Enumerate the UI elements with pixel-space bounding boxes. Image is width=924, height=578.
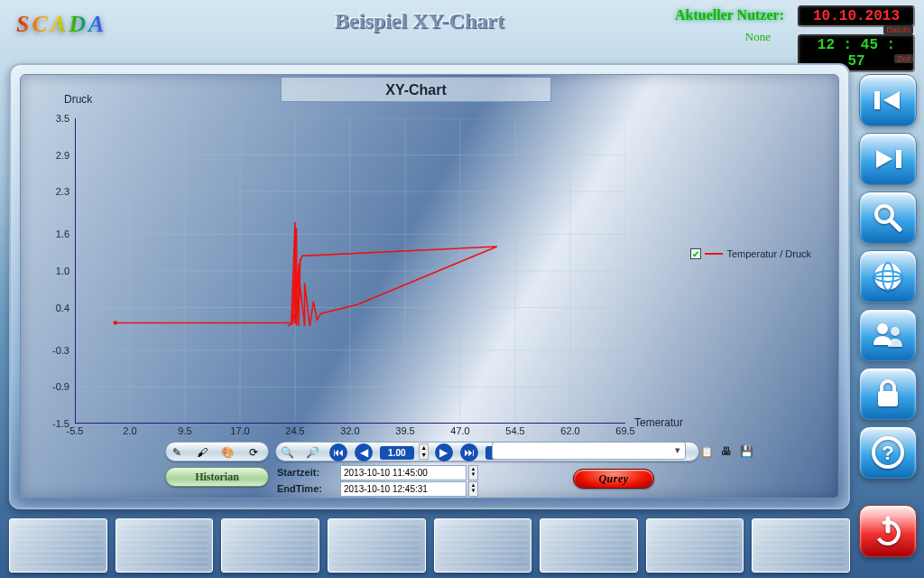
- thumbnail-strip: [9, 518, 850, 573]
- globe-icon: [871, 259, 905, 294]
- thumb-5[interactable]: [434, 518, 532, 573]
- tool-print-icon[interactable]: 🖶: [717, 443, 735, 461]
- nav-users-button[interactable]: [859, 309, 917, 361]
- tool-step-value-1[interactable]: 1.00: [380, 446, 414, 460]
- tool-edit-icon[interactable]: ✎: [168, 443, 186, 461]
- svg-text:?: ?: [882, 442, 893, 464]
- tool-fwd-icon[interactable]: ▶: [435, 443, 453, 461]
- date-display: 10.10.2013: [798, 5, 915, 27]
- y-tick: 3.5: [41, 113, 69, 124]
- legend-label: Temperatur / Druck: [726, 248, 811, 259]
- tool-save-icon[interactable]: 💾: [737, 443, 755, 461]
- x-tick: 69.5: [610, 425, 641, 436]
- tool-skip-back-icon[interactable]: ⏮: [329, 443, 347, 461]
- y-tick: -0.9: [41, 381, 69, 392]
- starttime-label: Startzeit:: [277, 467, 319, 478]
- thumb-6[interactable]: [540, 518, 638, 573]
- svg-point-11: [891, 327, 900, 336]
- time-caption: Zeit: [894, 54, 913, 63]
- nav-globe-button[interactable]: [859, 250, 917, 303]
- x-tick: 24.5: [280, 425, 310, 436]
- thumb-2[interactable]: [116, 518, 214, 573]
- tool-brush-icon[interactable]: 🖌: [193, 443, 211, 461]
- thumb-7[interactable]: [646, 518, 744, 573]
- historian-button[interactable]: Historian: [165, 467, 269, 487]
- endtime-label: EndTime:: [277, 483, 322, 494]
- y-axis-label: Druck: [64, 93, 92, 106]
- x-tick: 62.0: [555, 425, 586, 436]
- current-user-value: None: [745, 30, 771, 44]
- starttime-input[interactable]: [340, 465, 467, 480]
- power-icon: [872, 515, 904, 547]
- svg-rect-0: [874, 91, 880, 109]
- y-tick: -0.3: [41, 345, 69, 356]
- right-nav: ?: [859, 74, 919, 557]
- date-caption: Datum: [883, 25, 913, 34]
- series-combo[interactable]: [492, 442, 686, 460]
- app-logo: SCADA: [16, 11, 106, 38]
- skip-forward-icon: [873, 146, 903, 172]
- current-user-label: Aktueller Nutzer:: [675, 7, 784, 23]
- x-tick: 39.5: [390, 425, 420, 436]
- nav-lock-button[interactable]: [859, 368, 917, 420]
- nav-first-button[interactable]: [859, 74, 917, 126]
- x-tick: 17.0: [225, 425, 255, 436]
- skip-back-icon: [873, 88, 903, 113]
- query-button[interactable]: Qurey: [573, 469, 654, 489]
- svg-marker-2: [876, 150, 892, 168]
- svg-line-5: [891, 220, 900, 229]
- chart-legend[interactable]: ✔ Temperatur / Druck: [690, 248, 811, 259]
- tool-back-icon[interactable]: ◀: [355, 443, 373, 461]
- tool-search-icon[interactable]: 🔎: [303, 443, 321, 461]
- tool-refresh-icon[interactable]: ⟳: [245, 443, 263, 461]
- toolbar-small: ✎ 🖌 🎨 ⟳: [165, 442, 269, 461]
- svg-rect-41: [114, 321, 117, 324]
- y-tick: 1.0: [41, 266, 69, 276]
- y-tick: 2.9: [41, 150, 69, 161]
- y-tick: 1.6: [41, 228, 69, 239]
- svg-rect-3: [896, 150, 901, 168]
- tool-copy-icon[interactable]: 📋: [698, 443, 716, 461]
- chart-title: XY-Chart: [281, 77, 551, 102]
- y-tick: 0.4: [41, 303, 69, 313]
- endtime-input[interactable]: [340, 481, 467, 497]
- starttime-spinner[interactable]: ▲▼: [468, 465, 478, 480]
- x-axis-label: Temeratur: [634, 416, 683, 429]
- thumb-3[interactable]: [221, 518, 319, 573]
- main-panel: XY-Chart Druck Temeratur ✔ Temperatur / …: [9, 63, 850, 509]
- tool-palette-icon[interactable]: 🎨: [219, 443, 237, 461]
- nav-search-button[interactable]: [859, 191, 917, 244]
- x-tick: 54.5: [500, 425, 531, 436]
- svg-rect-12: [878, 391, 898, 406]
- nav-power-button[interactable]: [859, 505, 917, 557]
- page-title: Beispiel XY-Chart: [253, 9, 587, 33]
- tool-skip-fwd-icon[interactable]: ⏭: [460, 443, 478, 461]
- magnifier-icon: [872, 201, 904, 234]
- x-tick: -5.5: [60, 425, 90, 436]
- help-icon: ?: [871, 435, 905, 470]
- thumb-8[interactable]: [752, 518, 850, 573]
- thumb-4[interactable]: [328, 518, 426, 573]
- legend-checkbox[interactable]: ✔: [690, 248, 701, 259]
- people-icon: [871, 320, 905, 350]
- tool-zoom-icon[interactable]: 🔍: [278, 443, 296, 461]
- x-tick: 9.5: [170, 425, 200, 436]
- lock-icon: [873, 378, 902, 409]
- y-tick: 2.3: [41, 186, 69, 197]
- x-tick: 32.0: [335, 425, 365, 436]
- svg-marker-1: [883, 91, 900, 109]
- endtime-spinner[interactable]: ▲▼: [468, 481, 478, 497]
- thumb-1[interactable]: [9, 518, 107, 573]
- x-tick: 2.0: [115, 425, 145, 436]
- svg-point-10: [877, 323, 888, 334]
- nav-last-button[interactable]: [859, 133, 917, 185]
- xy-chart-plot[interactable]: [75, 118, 625, 424]
- nav-help-button[interactable]: ?: [859, 426, 917, 479]
- x-tick: 47.0: [445, 425, 476, 436]
